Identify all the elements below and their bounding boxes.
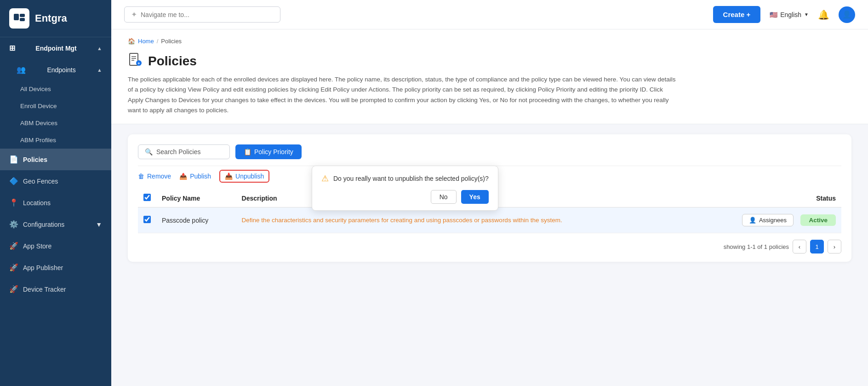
row-policy-name: Passcode policy: [156, 207, 236, 233]
sidebar-label-configurations: Configurations: [23, 221, 64, 228]
sidebar-label-device-tracker: Device Tracker: [23, 286, 66, 293]
policies-icon: 📄: [9, 155, 18, 164]
sidebar-label-geo-fences: Geo Fences: [23, 178, 58, 185]
row-checkbox[interactable]: [143, 216, 151, 223]
lang-chevron-icon: ▼: [804, 12, 809, 17]
page-header: + Policies The policies applicable for e…: [111, 48, 868, 124]
assignees-icon: 👤: [749, 217, 756, 224]
sidebar-item-all-devices[interactable]: All Devices: [0, 81, 111, 98]
publish-icon: 📤: [179, 173, 187, 180]
table-row: Passcode policy Define the characteristi…: [138, 207, 841, 233]
sidebar-item-device-tracker[interactable]: 🚀 Device Tracker: [0, 278, 111, 300]
breadcrumb: 🏠 Home / Policies: [111, 29, 868, 48]
search-icon: ✦: [131, 10, 137, 19]
sidebar-label-policies: Policies: [23, 156, 47, 163]
endpoint-mgt-icon: ⊞: [9, 44, 15, 52]
navigate-search[interactable]: ✦: [124, 6, 280, 23]
prev-page-button[interactable]: ‹: [793, 240, 806, 253]
breadcrumb-sep: /: [157, 38, 159, 45]
sidebar-logo: Entgra: [0, 0, 111, 37]
topbar: ✦ Create + 🇺🇸 English ▼ 🔔 👤: [111, 0, 868, 29]
policy-priority-button[interactable]: 📋 Policy Priority: [235, 144, 302, 159]
sidebar-item-endpoints[interactable]: 👥 Endpoints ▲: [0, 59, 111, 81]
avatar-icon: 👤: [842, 10, 851, 19]
remove-action[interactable]: 🗑 Remove: [138, 173, 171, 180]
remove-label: Remove: [147, 173, 171, 180]
topbar-right: Create + 🇺🇸 English ▼ 🔔 👤: [713, 6, 855, 23]
popup-yes-button[interactable]: Yes: [461, 190, 489, 204]
app-store-icon: 🚀: [9, 242, 18, 250]
search-policies-icon: 🔍: [145, 148, 153, 156]
sidebar-item-enroll-device[interactable]: Enroll Device: [0, 98, 111, 115]
navigate-input[interactable]: [141, 11, 274, 18]
sidebar-item-endpoint-mgt[interactable]: ⊞ Endpoint Mgt ▲: [0, 37, 111, 59]
header-status: Status: [696, 189, 841, 207]
table-toolbar: 🔍 Search Policies 📋 Policy Priority Appl…: [138, 144, 841, 159]
sidebar-item-configurations[interactable]: ⚙️ Configurations ▼: [0, 213, 111, 235]
svg-text:+: +: [137, 61, 140, 66]
app-publisher-icon: 🚀: [9, 263, 18, 272]
sidebar-label-locations: Locations: [23, 199, 51, 207]
language-label: English: [780, 11, 801, 18]
popup-buttons: No Yes: [321, 190, 489, 204]
locations-icon: 📍: [9, 198, 18, 207]
page-title: Policies: [148, 54, 197, 69]
endpoints-icon: 👥: [17, 65, 26, 74]
sidebar-item-app-store[interactable]: 🚀 App Store: [0, 235, 111, 257]
notification-icon[interactable]: 🔔: [818, 9, 829, 20]
popup-message-row: ⚠ Do you really want to unpublish the se…: [321, 173, 489, 184]
unpublish-action[interactable]: 📥 Unpublish: [219, 170, 269, 183]
page-content: 🏠 Home / Policies +: [111, 29, 868, 386]
search-policies-input[interactable]: 🔍 Search Policies: [138, 144, 230, 159]
publish-action[interactable]: 📤 Publish: [179, 173, 211, 180]
flag-icon: 🇺🇸: [770, 11, 777, 18]
home-icon: 🏠: [128, 38, 135, 45]
breadcrumb-current: Policies: [161, 38, 182, 45]
logo-icon: [9, 8, 29, 29]
assignees-button[interactable]: 👤 Assignees: [742, 214, 794, 226]
sidebar-label-app-publisher: App Publisher: [23, 264, 63, 271]
row-checkbox-cell: [138, 207, 156, 233]
chevron-up-icon: ▲: [97, 46, 102, 51]
header-checkbox-col: [138, 189, 156, 207]
device-tracker-icon: 🚀: [9, 285, 18, 294]
sidebar-label-app-store: App Store: [23, 242, 51, 250]
svg-rect-0: [14, 14, 19, 20]
sidebar-item-policies[interactable]: 📄 Policies: [0, 149, 111, 170]
sidebar-item-abm-profiles[interactable]: ABM Profiles: [0, 132, 111, 149]
sidebar: Entgra ⊞ Endpoint Mgt ▲ 👥 Endpoints ▲ Al…: [0, 0, 111, 386]
search-policies-label: Search Policies: [156, 148, 201, 156]
warning-icon: ⚠: [321, 173, 329, 184]
sidebar-label-endpoint-mgt: Endpoint Mgt: [35, 45, 76, 52]
endpoints-chevron-icon: ▲: [97, 67, 102, 73]
page-description: The policies applicable for each of the …: [128, 75, 680, 115]
avatar[interactable]: 👤: [839, 6, 855, 23]
select-all-checkbox[interactable]: [143, 194, 151, 201]
svg-rect-2: [20, 18, 25, 21]
unpublish-label: Unpublish: [235, 173, 264, 180]
sidebar-item-app-publisher[interactable]: 🚀 App Publisher: [0, 257, 111, 278]
page-header-area: 🏠 Home / Policies +: [111, 29, 868, 124]
svg-rect-1: [20, 14, 25, 17]
publish-label: Publish: [190, 173, 211, 180]
pagination-row: showing 1-1 of 1 policies ‹ 1 ›: [138, 233, 841, 254]
pagination-showing: showing 1-1 of 1 policies: [724, 243, 789, 250]
popup-no-button[interactable]: No: [431, 190, 457, 204]
configurations-chevron-icon: ▼: [96, 221, 102, 228]
language-selector[interactable]: 🇺🇸 English ▼: [770, 11, 809, 18]
sidebar-item-geo-fences[interactable]: 🔷 Geo Fences: [0, 170, 111, 192]
unpublish-confirm-popup: ⚠ Do you really want to unpublish the se…: [312, 166, 498, 211]
breadcrumb-home[interactable]: Home: [138, 38, 154, 45]
sidebar-item-locations[interactable]: 📍 Locations: [0, 192, 111, 213]
table-area: 🔍 Search Policies 📋 Policy Priority Appl…: [128, 134, 851, 262]
create-button[interactable]: Create +: [713, 6, 761, 23]
page-1-button[interactable]: 1: [810, 240, 824, 253]
configurations-icon: ⚙️: [9, 220, 18, 229]
popup-message-text: Do you really want to unpublish the sele…: [333, 175, 489, 182]
sidebar-item-abm-devices[interactable]: ABM Devices: [0, 115, 111, 132]
next-page-button[interactable]: ›: [828, 240, 841, 253]
geo-fences-icon: 🔷: [9, 177, 18, 185]
unpublish-icon: 📥: [225, 173, 233, 180]
sidebar-label-endpoints: Endpoints: [47, 66, 75, 74]
row-description: Define the characteristics and security …: [236, 207, 696, 233]
